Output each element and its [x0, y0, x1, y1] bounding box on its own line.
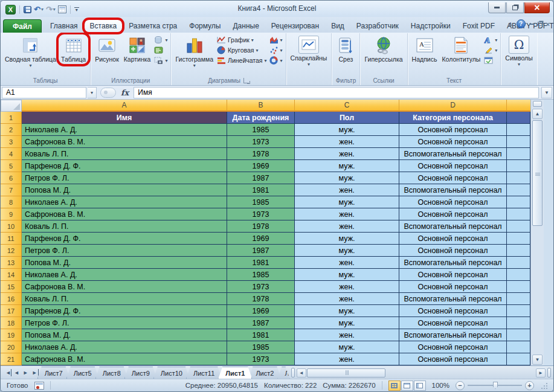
object-button[interactable]	[484, 56, 497, 65]
row-header[interactable]: 3	[1, 136, 22, 148]
next-sheet-button[interactable]: ►	[22, 369, 30, 376]
cell-name[interactable]: Парфенов Д. Ф.	[22, 233, 227, 245]
cell-gender[interactable]: муж.	[295, 196, 399, 208]
insert-function-button[interactable]	[100, 88, 116, 98]
row-header[interactable]: 13	[1, 257, 22, 269]
scatter-chart-button[interactable]: ▾	[269, 46, 283, 54]
sheet-tab[interactable]: Лист5	[66, 367, 99, 379]
header-footer-button[interactable]: Колонтитулы	[439, 34, 483, 64]
zoom-in-button[interactable]: +	[525, 381, 534, 390]
cell-birth-year[interactable]: 1973	[227, 136, 295, 148]
prev-sheet-button[interactable]: ◄	[13, 369, 21, 376]
col-header-a[interactable]: A	[22, 100, 227, 112]
cell-category[interactable]: Вспомогательный персонал	[399, 148, 507, 160]
scroll-right-button[interactable]: ►	[536, 368, 546, 378]
cell-extra[interactable]	[507, 124, 530, 136]
textbox-button[interactable]: A Надпись	[410, 34, 440, 64]
cell-birth-year[interactable]: 1969	[227, 305, 295, 317]
cell-extra[interactable]	[507, 233, 530, 245]
sheet-tab[interactable]: Лист9	[124, 367, 157, 379]
wordart-button[interactable]: A ▾	[484, 36, 497, 44]
cell-category[interactable]: Основной персонал	[399, 245, 507, 257]
cell-category[interactable]: Основной персонал	[399, 172, 507, 184]
minimize-button[interactable]	[488, 2, 506, 13]
cell-category[interactable]: Основной персонал	[399, 269, 507, 281]
cell-extra[interactable]	[507, 341, 530, 353]
cell-name[interactable]: Петров Ф. Л.	[22, 172, 227, 184]
horizontal-scroll-thumb[interactable]	[307, 368, 385, 378]
ribbon-tab[interactable]: Надстройки	[405, 19, 457, 33]
header-cell-extra[interactable]	[507, 112, 530, 124]
cell-extra[interactable]	[507, 257, 530, 269]
hyperlink-button[interactable]: Гиперссылка	[362, 34, 405, 64]
cell-category[interactable]: Основной персонал	[399, 233, 507, 245]
cell-gender[interactable]: жен.	[295, 136, 399, 148]
row-header[interactable]: 9	[1, 208, 22, 220]
cell-gender[interactable]: жен.	[295, 220, 399, 233]
row-header[interactable]: 18	[1, 317, 22, 329]
ribbon-tab[interactable]: Рецензирован	[265, 19, 325, 33]
cell-name[interactable]: Сафронова В. М.	[22, 353, 227, 365]
sheet-tab[interactable]: Лист7	[37, 367, 70, 379]
cell-extra[interactable]	[507, 172, 530, 184]
cell-birth-year[interactable]: 1973	[227, 281, 295, 293]
cell-gender[interactable]: муж.	[295, 317, 399, 329]
cell-birth-year[interactable]: 1985	[227, 269, 295, 281]
table-button[interactable]: Таблица	[59, 34, 88, 64]
symbols-button[interactable]: Ω Символы ▾	[503, 34, 535, 68]
cell-gender[interactable]: жен.	[295, 184, 399, 196]
row-header[interactable]: 6	[1, 172, 22, 184]
cell-birth-year[interactable]: 1973	[227, 353, 295, 365]
ribbon-tab[interactable]: Вставка	[84, 19, 123, 33]
cell-extra[interactable]	[507, 317, 530, 329]
cell-gender[interactable]: муж.	[295, 160, 399, 172]
cell-extra[interactable]	[507, 160, 530, 172]
scroll-up-button[interactable]: ▲	[532, 109, 543, 119]
col-header-b[interactable]: B	[227, 100, 295, 112]
pane-split-handle[interactable]	[547, 368, 551, 378]
clipart-button[interactable]: Картинка	[121, 34, 153, 64]
cell-extra[interactable]	[507, 329, 530, 341]
cell-name[interactable]: Парфенов Д. Ф.	[22, 160, 227, 172]
page-break-view-button[interactable]	[414, 381, 426, 391]
cell-name[interactable]: Попова М. Д.	[22, 329, 227, 341]
pie-chart-button[interactable]: Круговая▾	[217, 46, 267, 54]
cell-gender[interactable]: жен.	[295, 281, 399, 293]
close-button[interactable]: ×	[524, 2, 550, 13]
picture-button[interactable]: Рисунок	[92, 34, 121, 64]
other-charts-button[interactable]: ▾	[269, 56, 283, 65]
cell-category[interactable]: Основной персонал	[399, 136, 507, 148]
cell-birth-year[interactable]: 1981	[227, 257, 295, 269]
cell-name[interactable]: Сафронова В. М.	[22, 281, 227, 293]
workbook-minimize-button[interactable]	[529, 24, 534, 25]
cell-gender[interactable]: муж.	[295, 305, 399, 317]
cell-gender[interactable]: муж.	[295, 269, 399, 281]
cell-category[interactable]: Основной персонал	[399, 196, 507, 208]
cell-name[interactable]: Парфенов Д. Ф.	[22, 305, 227, 317]
cell-category[interactable]: Вспомогательный персонал	[399, 257, 507, 269]
area-chart-button[interactable]: ▾	[269, 36, 283, 44]
header-cell-birth[interactable]: Дата рождения	[227, 112, 295, 124]
cell-name[interactable]: Попова М. Д.	[22, 257, 227, 269]
smartart-button[interactable]	[154, 46, 167, 54]
cell-extra[interactable]	[507, 136, 530, 148]
cell-extra[interactable]	[507, 208, 530, 220]
cell-extra[interactable]	[507, 220, 530, 233]
cell-birth-year[interactable]: 1985	[227, 124, 295, 136]
col-header-e[interactable]	[507, 100, 530, 112]
collapse-ribbon-button[interactable]: ∧	[508, 21, 512, 27]
normal-view-button[interactable]	[388, 381, 401, 391]
cell-birth-year[interactable]: 1978	[227, 293, 295, 305]
pivot-table-button[interactable]: Сводная таблица ▾	[2, 34, 59, 69]
signature-line-button[interactable]: ▾	[484, 46, 497, 54]
row-header[interactable]: 2	[1, 124, 22, 136]
cell-name[interactable]: Попова М. Д.	[22, 184, 227, 196]
col-header-d[interactable]: D	[399, 100, 507, 112]
cell-extra[interactable]	[507, 148, 530, 160]
cell-category[interactable]: Основной персонал	[399, 160, 507, 172]
screenshot-button[interactable]: ▾	[154, 56, 167, 65]
cell-extra[interactable]	[507, 196, 530, 208]
cell-birth-year[interactable]: 1981	[227, 329, 295, 341]
cell-gender[interactable]: муж.	[295, 245, 399, 257]
cell-gender[interactable]: муж.	[295, 124, 399, 136]
